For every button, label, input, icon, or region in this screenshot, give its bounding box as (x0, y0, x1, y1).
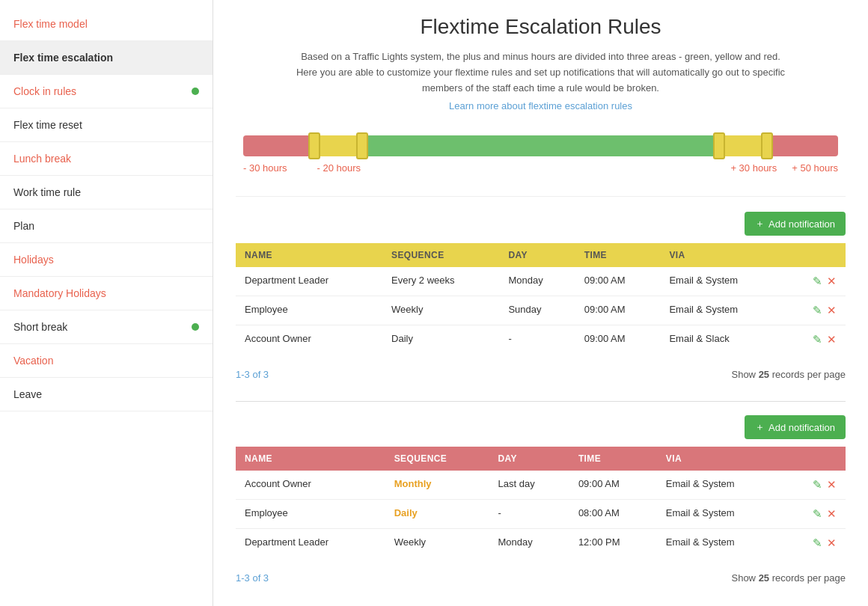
sidebar-item-label-holidays: Holidays (13, 254, 54, 266)
learn-more-link[interactable]: Learn more about flextime escalation rul… (236, 100, 846, 111)
edit-icon[interactable]: ✎ (813, 507, 822, 521)
red-cell-day-0: Last day (489, 471, 569, 500)
yellow-cell-sequence-1: Weekly (382, 296, 499, 325)
red-col-actions (784, 447, 846, 471)
yellow-cell-time-1: 09:00 AM (575, 296, 661, 325)
yellow-cell-name-0: Department Leader (236, 267, 382, 296)
delete-icon[interactable]: ✕ (827, 507, 837, 521)
timeline-label-left-group: - 30 hours - 20 hours (243, 162, 361, 174)
red-cell-via-0: Email & System (657, 471, 784, 500)
yellow-cell-name-2: Account Owner (236, 325, 382, 355)
track-yellow-left (314, 135, 362, 156)
red-table-row: EmployeeDaily-08:00 AMEmail & System✎✕ (236, 500, 846, 529)
seq-highlight: Daily (394, 507, 418, 518)
red-cell-day-1: - (489, 500, 569, 529)
track-red-right (767, 135, 838, 156)
sidebar-item-mandatory-holidays[interactable]: Mandatory Holidays (0, 277, 213, 310)
yellow-cell-actions-2: ✎✕ (785, 325, 846, 355)
red-cell-actions-2: ✎✕ (784, 529, 846, 558)
yellow-cell-time-2: 09:00 AM (575, 325, 661, 355)
red-cell-sequence-2: Weekly (385, 529, 489, 558)
red-cell-name-1: Employee (236, 500, 385, 529)
sidebar-item-label-leave: Leave (13, 388, 42, 400)
yellow-col-time: TIME (575, 243, 661, 267)
yellow-col-name: NAME (236, 243, 382, 267)
yellow-col-via: VIA (660, 243, 785, 267)
yellow-pagination-row: 1-3 of 3 Show 25 records per page (236, 361, 846, 394)
yellow-show-records: Show 25 records per page (731, 369, 846, 380)
yellow-cell-day-2: - (499, 325, 575, 355)
red-col-time: TIME (569, 447, 657, 471)
delete-icon[interactable]: ✕ (827, 333, 837, 346)
edit-icon[interactable]: ✎ (813, 536, 822, 550)
sidebar-item-clock-in-rules[interactable]: Clock in rules (0, 75, 213, 108)
edit-icon[interactable]: ✎ (813, 333, 822, 346)
add-notification-label-yellow: Add notification (768, 218, 835, 230)
red-notification-table: NAMESEQUENCEDAYTIMEVIA Account OwnerMont… (236, 447, 846, 557)
page-description: Based on a Traffic Lights system, the pl… (294, 49, 788, 96)
edit-icon[interactable]: ✎ (813, 304, 822, 317)
timeline-handle-4[interactable] (761, 132, 773, 159)
red-cell-via-1: Email & System (657, 500, 784, 529)
sidebar-item-leave[interactable]: Leave (0, 378, 213, 411)
sidebar-item-label-clock-in-rules: Clock in rules (13, 85, 76, 97)
delete-icon[interactable]: ✕ (827, 478, 837, 492)
red-col-name: NAME (236, 447, 385, 471)
sidebar-item-label-lunch-break: Lunch break (13, 153, 71, 165)
add-notification-row-yellow: ＋ Add notification (236, 212, 846, 236)
seq-highlight: Monthly (394, 478, 432, 489)
sidebar-item-flex-time-escalation[interactable]: Flex time escalation (0, 41, 213, 75)
red-col-via: VIA (657, 447, 784, 471)
red-cell-actions-0: ✎✕ (784, 471, 846, 500)
delete-icon[interactable]: ✕ (827, 304, 837, 317)
red-show-records: Show 25 records per page (731, 572, 846, 584)
add-notification-row-red: ＋ Add notification (236, 415, 846, 439)
red-table-row: Department LeaderWeeklyMonday12:00 PMEma… (236, 529, 846, 558)
red-cell-name-2: Department Leader (236, 529, 385, 558)
yellow-table-row: EmployeeWeeklySunday09:00 AMEmail & Syst… (236, 296, 846, 325)
sidebar-item-plan[interactable]: Plan (0, 209, 213, 243)
yellow-cell-sequence-2: Daily (382, 325, 499, 355)
edit-icon[interactable]: ✎ (813, 478, 822, 492)
red-col-day: DAY (489, 447, 569, 471)
sidebar-item-label-plan: Plan (13, 220, 34, 232)
sidebar-item-flex-time-reset[interactable]: Flex time reset (0, 108, 213, 142)
red-cell-time-2: 12:00 PM (569, 529, 657, 558)
sidebar-item-work-time-rule[interactable]: Work time rule (0, 176, 213, 209)
yellow-cell-sequence-0: Every 2 weeks (382, 267, 499, 296)
sidebar-item-flex-time-model[interactable]: Flex time model (0, 7, 213, 41)
red-cell-sequence-1: Daily (385, 500, 489, 529)
sidebar-item-short-break[interactable]: Short break (0, 310, 213, 344)
sidebar-item-lunch-break[interactable]: Lunch break (0, 142, 213, 176)
timeline-container: - 30 hours - 20 hours + 30 hours + 50 ho… (236, 126, 846, 197)
red-pagination-row: 1-3 of 3 Show 25 records per page (236, 565, 846, 597)
sidebar-item-holidays[interactable]: Holidays (0, 243, 213, 277)
sidebar-item-vacation[interactable]: Vacation (0, 344, 213, 378)
yellow-table-row: Department LeaderEvery 2 weeksMonday09:0… (236, 267, 846, 296)
yellow-cell-actions-1: ✎✕ (785, 296, 846, 325)
sidebar-dot-short-break (192, 323, 199, 331)
edit-icon[interactable]: ✎ (813, 275, 822, 288)
yellow-table-header-row: NAMESEQUENCEDAYTIMEVIA (236, 243, 846, 267)
timeline-handle-2[interactable] (356, 132, 368, 159)
red-table-row: Account OwnerMonthlyLast day09:00 AMEmai… (236, 471, 846, 500)
sidebar: Flex time modelFlex time escalationClock… (0, 0, 213, 606)
page-title: Flextime Escalation Rules (236, 15, 846, 39)
sidebar-item-label-flex-time-model: Flex time model (13, 18, 88, 30)
red-cell-time-0: 09:00 AM (569, 471, 657, 500)
main-content: Flextime Escalation Rules Based on a Tra… (213, 0, 868, 606)
sidebar-item-label-mandatory-holidays: Mandatory Holidays (13, 287, 106, 299)
sidebar-item-label-flex-time-reset: Flex time reset (13, 119, 82, 131)
track-yellow-right (719, 135, 767, 156)
timeline-handle-1[interactable] (308, 132, 320, 159)
red-cell-sequence-0: Monthly (385, 471, 489, 500)
delete-icon[interactable]: ✕ (827, 275, 837, 288)
delete-icon[interactable]: ✕ (827, 536, 837, 550)
add-notification-button-yellow[interactable]: ＋ Add notification (745, 212, 846, 236)
yellow-cell-day-0: Monday (499, 267, 575, 296)
add-notification-button-red[interactable]: ＋ Add notification (745, 415, 846, 439)
timeline-labels: - 30 hours - 20 hours + 30 hours + 50 ho… (236, 158, 846, 174)
timeline-handle-3[interactable] (713, 132, 725, 159)
yellow-cell-via-0: Email & System (660, 267, 785, 296)
timeline-label-right-group: + 30 hours + 50 hours (730, 162, 838, 174)
